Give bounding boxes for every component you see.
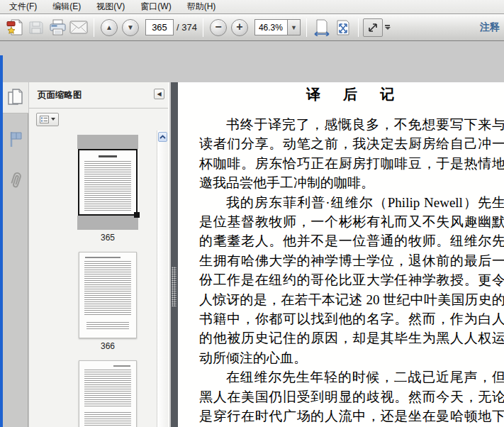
email-button[interactable]	[68, 17, 89, 38]
pages-icon	[7, 89, 24, 107]
navigation-pane-strip	[3, 82, 28, 427]
toolbar-separator	[203, 18, 203, 37]
zoom-level-input[interactable]	[254, 19, 288, 35]
view-box-resize-handle[interactable]	[134, 212, 140, 218]
plus-icon: +	[236, 21, 242, 33]
chevron-down-icon	[385, 27, 391, 30]
thumbnail-page-image	[78, 149, 138, 216]
diagonal-arrows-icon	[366, 21, 379, 34]
menu-window[interactable]: 窗口(W)	[133, 0, 179, 15]
chevron-left-icon: ◀	[157, 91, 161, 97]
fit-width-icon	[313, 19, 330, 36]
page-total-label: / 374	[177, 22, 197, 33]
panel-header: 页面缩略图 ◀	[29, 82, 168, 109]
save-button[interactable]	[26, 17, 47, 38]
view-margin-bottom	[77, 216, 138, 230]
paragraph: 我的房东菲利普·纽维尔（Philip Newell）先生是位基督教牧师，一个彬彬…	[199, 193, 504, 368]
fit-page-button[interactable]	[332, 17, 354, 38]
reading-mode-dropdown[interactable]	[383, 18, 393, 37]
zoom-dropdown-button[interactable]: ▼	[288, 19, 301, 35]
thumbnail-page-number: 366	[101, 341, 115, 351]
menu-help[interactable]: 帮助(H)	[179, 0, 224, 15]
menu-edit[interactable]: 编辑(E)	[45, 0, 89, 15]
scrollbar-up-button[interactable]	[158, 132, 167, 142]
thumbnail-page-365[interactable]: 365	[77, 135, 138, 243]
minus-icon: −	[215, 21, 221, 33]
document-page: 译 后 记 书终于译完了，感慨良多，不免想要写下来与读者们分享。动笔之前，我决定…	[178, 82, 504, 427]
thumbnail-page-image	[79, 252, 137, 338]
page-thumbnails-tab[interactable]	[3, 82, 28, 113]
toolbar-separator	[306, 18, 307, 37]
thumbnail-scrollbar[interactable]	[157, 131, 168, 427]
attachments-tab[interactable]	[3, 165, 28, 196]
thumbnail-page-366[interactable]: 366	[79, 252, 137, 351]
panel-title: 页面缩略图	[29, 89, 82, 101]
document-title: 译 后 记	[199, 87, 504, 102]
collapse-panel-button[interactable]: ◀	[154, 89, 164, 99]
thumbnail-page-number: 365	[101, 233, 115, 243]
up-arrow-icon: ▲	[106, 24, 113, 31]
window-edge	[0, 55, 3, 427]
menu-file[interactable]: 文件(F)	[1, 0, 45, 15]
down-arrow-icon: ▼	[127, 24, 134, 31]
save-icon	[28, 19, 45, 36]
toolbar: ▲ ▼ / 374 − + ▼	[0, 14, 504, 41]
toolbar-separator	[358, 18, 359, 37]
paragraph: 书终于译完了，感慨良多，不免想要写下来与读者们分享。动笔之前，我决定去厨房给自己…	[199, 115, 504, 193]
panel-options-row	[29, 109, 168, 130]
previous-page-button[interactable]: ▲	[101, 19, 118, 36]
thumbnail-page-367[interactable]: 367	[79, 360, 137, 427]
thumbnail-page-image	[79, 360, 137, 427]
reading-mode-button[interactable]	[363, 18, 383, 37]
paragraph: 在纽维尔先生年轻的时候，二战已近尾声，但黑人在美国仍旧受到明显的歧视。然而今天，…	[199, 367, 504, 427]
chevron-down-icon: ▼	[291, 24, 297, 31]
document-pane: 译 后 记 书终于译完了，感慨良多，不免想要写下来与读者们分享。动笔之前，我决定…	[171, 82, 504, 427]
paperclip-icon	[7, 170, 24, 190]
print-button[interactable]	[47, 17, 68, 38]
bookmarks-tab[interactable]	[3, 123, 28, 155]
chevron-down-icon	[51, 118, 55, 121]
pdf-reader-window: 文件(F) 编辑(E) 视图(V) 窗口(W) 帮助(H)	[0, 0, 504, 427]
zoom-in-button[interactable]: +	[231, 19, 248, 36]
create-pdf-icon	[6, 18, 24, 36]
list-options-icon	[40, 116, 49, 123]
chevron-up-icon	[159, 135, 166, 139]
thumbnail-options-button[interactable]	[36, 113, 59, 126]
view-margin-top	[77, 135, 138, 149]
print-icon	[49, 18, 67, 36]
fit-width-button[interactable]	[311, 17, 332, 38]
bookmark-icon	[7, 130, 24, 148]
page-number-input[interactable]	[145, 19, 174, 35]
menu-bar: 文件(F) 编辑(E) 视图(V) 窗口(W) 帮助(H)	[0, 0, 504, 14]
caret-bar	[385, 25, 390, 26]
zoom-out-button[interactable]: −	[210, 19, 227, 36]
next-page-button[interactable]: ▼	[122, 19, 139, 36]
fit-page-icon	[335, 19, 352, 36]
menu-view[interactable]: 视图(V)	[89, 0, 133, 15]
create-pdf-button[interactable]	[4, 17, 26, 38]
document-body: 书终于译完了，感慨良多，不免想要写下来与读者们分享。动笔之前，我决定去厨房给自己…	[199, 115, 504, 427]
page-thumbnails-panel: 页面缩略图 ◀	[29, 82, 169, 427]
main-area: 页面缩略图 ◀	[0, 41, 504, 427]
toolbar-separator	[94, 18, 94, 37]
annotations-panel-button[interactable]: 注释	[474, 21, 500, 34]
email-icon	[69, 21, 88, 35]
